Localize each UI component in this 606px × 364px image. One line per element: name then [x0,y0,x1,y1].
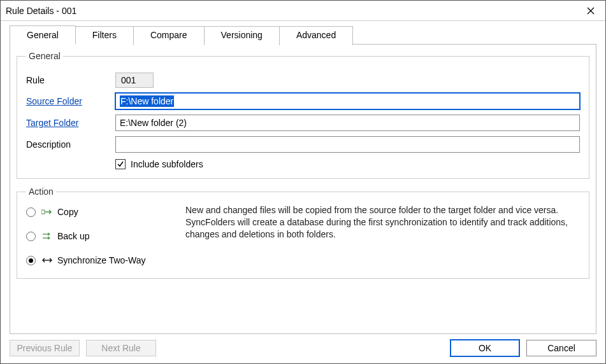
target-folder-input[interactable] [115,115,580,131]
radio-copy[interactable] [26,207,36,217]
close-icon [587,7,595,15]
source-folder-input[interactable] [115,93,580,109]
target-folder-link[interactable]: Target Folder [26,118,115,128]
action-options: Copy [26,203,185,269]
svg-rect-2 [41,210,45,214]
window: Rule Details - 001 General Filters Compa… [0,0,606,364]
radio-backup[interactable] [26,232,36,241]
action-description: New and changed files will be copied fro… [185,203,580,269]
tab-strip: General Filters Compare Versioning Advan… [10,25,596,44]
titlebar: Rule Details - 001 [1,1,605,21]
description-input[interactable] [115,136,580,153]
radio-backup-label: Back up [57,231,90,241]
tab-versioning[interactable]: Versioning [205,26,280,45]
next-rule-button[interactable]: Next Rule [86,340,156,356]
radio-copy-label: Copy [57,207,78,217]
radio-sync[interactable] [26,256,36,265]
tab-advanced[interactable]: Advanced [280,26,353,45]
sync-two-way-icon [41,255,54,265]
tab-general[interactable]: General [10,25,76,45]
ok-button[interactable]: OK [450,339,520,357]
include-subfolders-label: Include subfolders [131,159,203,169]
general-legend: General [26,51,63,61]
general-group: General Rule 001 Source Folder F:\New fo… [17,51,589,179]
dialog-content: General Filters Compare Versioning Advan… [1,21,605,334]
cancel-button[interactable]: Cancel [526,340,596,356]
rule-label: Rule [26,75,115,85]
backup-icon [41,231,54,241]
button-bar: Previous Rule Next Rule OK Cancel [1,334,605,363]
action-legend: Action [26,186,56,197]
source-folder-link[interactable]: Source Folder [26,96,115,106]
rule-value: 001 [115,73,154,88]
include-subfolders-checkbox[interactable] [115,159,126,169]
check-icon [117,160,124,168]
previous-rule-button[interactable]: Previous Rule [10,340,80,356]
tab-filters[interactable]: Filters [76,26,134,45]
action-group: Action Copy [17,186,589,279]
radio-sync-label: Synchronize Two-Way [57,255,146,265]
tab-compare[interactable]: Compare [134,26,205,45]
copy-icon [41,207,54,217]
close-button[interactable] [576,1,605,20]
tab-panel-general: General Rule 001 Source Folder F:\New fo… [10,44,596,334]
window-title: Rule Details - 001 [6,6,76,16]
description-label: Description [26,139,115,150]
